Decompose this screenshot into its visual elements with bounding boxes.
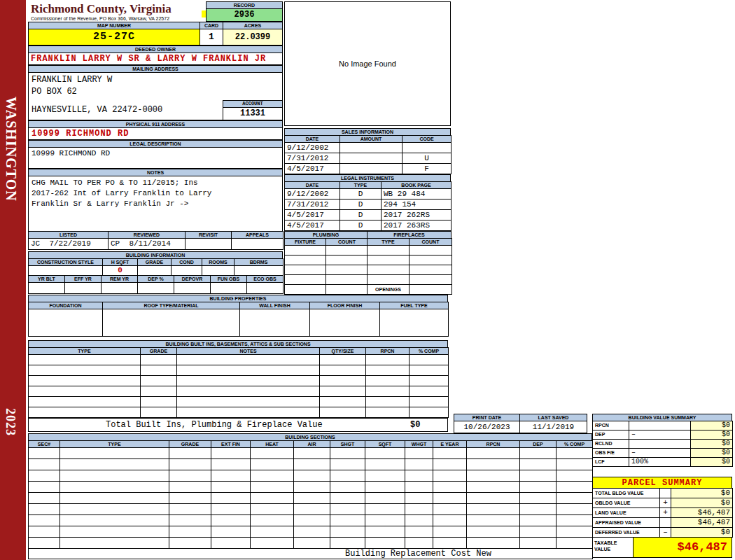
building-properties-table: FOUNDATION ROOF TYPE/MATERIAL WALL FINIS… [28, 302, 449, 337]
fixture-header: FIXTURE [285, 239, 326, 246]
li-type: D [340, 200, 382, 210]
empty-cell [326, 265, 368, 275]
empty-cell [169, 538, 211, 549]
empty-cell [29, 407, 141, 418]
plumbing-section: PLUMBING FIXTURE COUNT [284, 231, 368, 295]
empty-cell [410, 355, 449, 365]
empty-cell [138, 283, 174, 294]
empty-row [29, 397, 449, 407]
built-ins-total-row: Total Built Ins, Plumbing & Fireplace Va… [28, 418, 448, 432]
li-type-header: TYPE [340, 182, 382, 189]
notes-label: NOTES [28, 169, 283, 176]
empty-cell [556, 482, 593, 493]
eyear-header: E YEAR [433, 441, 467, 448]
builtins-rpcn-header: RPCN [366, 348, 410, 355]
comp2-header: % COMP [556, 441, 593, 448]
parcel-label: LAND VALUE [593, 508, 660, 518]
reviewed-header: REVIEWED [108, 232, 186, 239]
empty-cell [366, 407, 410, 418]
empty-row [29, 376, 449, 386]
empty-cell [251, 470, 294, 482]
built-ins-table: TYPE GRADE NOTES QTY/SIZE RPCN % COMP [28, 347, 449, 418]
floor-finish-header: FLOOR FINISH [310, 302, 380, 309]
empty-cell [520, 526, 556, 538]
empty-row [29, 515, 593, 526]
empty-cell [405, 493, 433, 504]
remyr-header: REM YR [102, 276, 138, 283]
sale-date: 9/12/2002 [285, 143, 340, 153]
floor-finish-value [310, 309, 380, 337]
empty-cell [211, 504, 251, 515]
empty-cell [520, 515, 556, 526]
sale-amount [340, 164, 402, 174]
empty-cell [433, 493, 467, 504]
plumbing-fireplaces-row: PLUMBING FIXTURE COUNT FIREPLACES TYPE C… [284, 231, 451, 295]
empty-cell [29, 515, 60, 526]
map-number-label: MAP NUMBER [28, 22, 200, 29]
parcel-row: LAND VALUE + $46,487 [593, 508, 733, 518]
empty-cell [326, 285, 368, 295]
taxable-value-amount: $46,487 [634, 538, 732, 557]
review-section: LISTED REVIEWED REVISIT APPEALS JC 7/22/… [28, 232, 283, 250]
county-title: Richmond County, Virginia [31, 2, 204, 16]
empty-cell [520, 482, 556, 493]
replacement-cost-footer: Building Replacement Cost New [29, 549, 593, 559]
empty-cell [433, 526, 467, 538]
dep-pct-header: DEP % [138, 276, 174, 283]
reviewed-value: CP 8/11/2014 [108, 239, 186, 250]
yrblt-header: YR BLT [29, 276, 65, 283]
empty-cell [556, 515, 593, 526]
empty-cell [29, 355, 141, 365]
empty-cell [60, 459, 169, 470]
wall-finish-value [240, 309, 310, 337]
empty-cell [365, 482, 405, 493]
sidebar-state-text: WASHINGTON [3, 97, 19, 202]
sale-date: 4/5/2017 [285, 164, 340, 174]
empty-cell [29, 459, 60, 470]
shgt-header: SHGT [330, 441, 365, 448]
li-type: D [340, 220, 382, 231]
empty-cell [29, 470, 60, 482]
empty-cell [410, 246, 452, 255]
map-card-acres-row: MAP NUMBER 25-27C CARD 1 ACRES 22.0399 [28, 22, 283, 46]
mailing-address-box: FRANKLIN LARRY W PO BOX 62 HAYNESVILLE, … [28, 73, 283, 120]
parcel-row: TOTAL BLDG VALUE $0 [593, 489, 733, 498]
roof-type-value [103, 309, 240, 337]
empty-cell [169, 482, 211, 493]
empty-cell [405, 526, 433, 538]
legal-description-label: LEGAL DESCRIPTION [28, 140, 283, 148]
bvs-label: DEP [593, 430, 629, 440]
empty-cell [366, 376, 410, 386]
empty-row [368, 265, 452, 275]
legal-instruments-table: DATE TYPE BOOK PAGE 9/12/2002 D WB 29 48… [284, 181, 451, 231]
li-date: 9/12/2002 [285, 189, 340, 200]
mailing-section: MAILING ADDRESS FRANKLIN LARRY W PO BOX … [28, 65, 283, 120]
li-type: D [340, 189, 382, 200]
empty-cell [294, 526, 330, 538]
empty-cell [29, 482, 60, 493]
empty-cell [556, 538, 593, 549]
empty-cell [169, 526, 211, 538]
parcel-value: $46,487 [671, 518, 733, 528]
bvs-op [629, 440, 691, 449]
empty-cell [211, 470, 251, 482]
empty-row [285, 275, 368, 285]
empty-cell [366, 397, 410, 407]
fireplaces-section: FIREPLACES TYPE COUNT OPENINGS [367, 231, 451, 295]
empty-cell [177, 355, 320, 365]
foundation-value [29, 309, 103, 337]
openings-value [410, 285, 452, 295]
notes-box: CHG MAIL TO PER PO & TO 11/2015; Ins 201… [28, 176, 283, 232]
account-label: ACCOUNT [223, 100, 283, 108]
last-saved-label: LAST SAVED [519, 414, 587, 421]
empty-cell [467, 482, 520, 493]
empty-cell [294, 538, 330, 549]
empty-cell [326, 275, 368, 285]
parcel-summary-section: PARCEL SUMMARY TOTAL BLDG VALUE $0 OBLDG… [592, 477, 732, 558]
parcel-value: $0 [671, 489, 733, 498]
sale-amount [340, 153, 402, 164]
bvs-row: LCF 100% $0 [593, 458, 733, 467]
empty-cell [294, 448, 330, 459]
empty-cell [29, 376, 141, 386]
empty-cell [368, 265, 410, 275]
